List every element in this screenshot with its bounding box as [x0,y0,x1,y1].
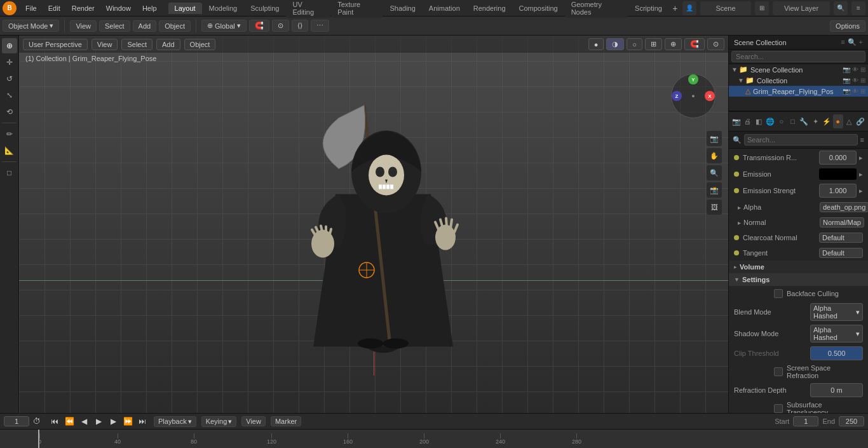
view-menu-btn[interactable]: View [92,39,118,50]
marker-menu-btn[interactable]: Marker [271,416,301,426]
object-btn[interactable]: Object [184,39,216,50]
obj-restrict-icon[interactable]: ⊞ [860,88,865,95]
proportional-edit-toggle[interactable]: ⊙ [707,38,724,50]
gizmo-z-axis[interactable]: Z [672,91,682,101]
annotate-tool[interactable]: ✏ [2,126,17,142]
object-menu[interactable]: Object [159,20,191,32]
clip-threshold-input[interactable]: 0.500 [810,346,863,360]
scene-col-eye-icon[interactable]: 👁 [852,66,858,73]
play-btn[interactable]: ▶ [92,415,105,428]
menu-edit[interactable]: Edit [43,3,65,13]
options-dropdown[interactable]: Options [830,20,865,32]
add-menu[interactable]: Add [133,20,157,32]
add-cube-tool[interactable]: □ [2,165,17,180]
snap-toggle[interactable]: 🧲 [684,38,705,50]
cursor-tool[interactable]: ⊕ [2,38,17,53]
workspace-modeling[interactable]: Modeling [203,3,244,14]
timeline-playhead[interactable] [38,430,39,448]
workspace-animation[interactable]: Animation [423,3,466,14]
viewport-shading-material[interactable]: ◑ [606,38,624,50]
scene-selector[interactable]: Scene [700,1,751,15]
transform-pivot[interactable]: ⟨⟩ [292,20,308,32]
tangent-dropdown[interactable]: Default [819,248,863,258]
scene-col-camera-icon[interactable]: 📷 [843,66,850,73]
camera-perspective-icon[interactable]: 📷 [707,131,722,146]
prop-filter-icon[interactable]: ≡ [860,136,864,144]
modifier-props-icon[interactable]: 🔧 [799,114,810,128]
clearcoat-normal-dropdown[interactable]: Default [819,233,863,243]
transmission-input[interactable]: 0.000 [819,151,857,165]
volume-section-header[interactable]: ▸ Volume [729,261,868,273]
menu-help[interactable]: Help [137,3,162,13]
hand-icon[interactable]: ✋ [707,148,722,163]
data-props-icon[interactable]: △ [844,114,855,128]
menu-render[interactable]: Render [67,3,100,13]
select-btn[interactable]: Select [121,39,153,50]
transmission-expand-icon[interactable]: ▸ [859,154,863,162]
gizmo-circle[interactable]: X Y Z ● [671,74,715,118]
navigation-gizmo[interactable]: X Y Z ● [671,74,722,125]
proportional-editing[interactable]: ⊙ [272,20,289,32]
move-tool[interactable]: ✛ [2,55,17,70]
camera-view-icon[interactable]: 📸 [707,182,722,198]
scale-tool[interactable]: ⤡ [2,88,17,103]
viewport-shading-rendered[interactable]: ○ [627,38,642,50]
prop-search-input[interactable] [744,134,858,146]
material-props-icon[interactable]: ● [833,114,843,128]
current-frame-input[interactable] [4,416,29,426]
normal-dropdown[interactable]: Normal/Map [820,217,864,227]
viewport-gizmo-toggle[interactable]: ⊕ [665,38,682,50]
workspace-shading[interactable]: Shading [383,3,421,14]
measure-tool[interactable]: 📐 [2,143,17,158]
next-frame-btn[interactable]: ▶ [107,415,119,428]
workspace-geometry-nodes[interactable]: Geometry Nodes [565,0,628,18]
alpha-dropdown[interactable]: death_op.png [820,202,868,212]
object-mode-dropdown[interactable]: Object Mode ▾ [3,20,59,32]
add-workspace-button[interactable]: + [669,2,681,15]
emission-strength-input[interactable]: 1.000 [819,184,857,198]
emission-expand-icon[interactable]: ▸ [859,170,863,179]
gizmo-x-axis[interactable]: X [705,91,715,101]
next-keyframe-btn[interactable]: ⏩ [121,415,134,428]
add-btn[interactable]: Add [156,39,180,50]
menu-window[interactable]: Window [101,3,136,13]
emission-strength-expand-icon[interactable]: ▸ [859,187,863,195]
prev-frame-btn[interactable]: ◀ [78,415,90,428]
workspace-rendering[interactable]: Rendering [467,3,512,14]
gizmo-y-axis[interactable]: Y [688,74,698,85]
obj-camera-icon[interactable]: 📷 [843,88,850,95]
transform-options-extra[interactable]: ⋯ [311,20,329,32]
blend-mode-dropdown[interactable]: Alpha Hashed ▾ [810,303,863,321]
workspace-compositing[interactable]: Compositing [513,3,564,14]
image-icon[interactable]: 🖼 [707,200,722,215]
workspace-layout[interactable]: Layout [168,3,202,14]
workspace-sculpting[interactable]: Sculpting [244,3,285,14]
scene-col-restrict-icon[interactable]: ⊞ [860,66,865,73]
rotate-tool[interactable]: ↺ [2,71,17,86]
object-constraint-icon[interactable]: 🔗 [855,114,865,128]
screen-space-refraction-checkbox[interactable] [774,367,783,376]
render-props-icon[interactable]: 📷 [731,114,742,128]
keying-menu-btn[interactable]: Keying ▾ [201,416,237,427]
menu-file[interactable]: File [20,3,42,13]
outliner-search-input[interactable] [731,51,865,62]
object-props-icon[interactable]: □ [788,114,798,128]
view-layer-props-icon[interactable]: ◧ [754,114,764,128]
viewport-overlay-toggle[interactable]: ⊞ [645,38,662,50]
workspace-scripting[interactable]: Scripting [628,3,668,14]
scene-props-icon[interactable]: 🌐 [765,114,775,128]
zoom-icon[interactable]: 🔍 [707,165,722,180]
select-menu[interactable]: Select [99,20,130,32]
outliner-item-collection[interactable]: ▼ 📁 Collection 📷 👁 ⊞ [729,75,868,86]
prev-keyframe-btn[interactable]: ⏪ [63,415,76,428]
jump-start-btn[interactable]: ⏮ [48,415,61,428]
shadow-mode-dropdown[interactable]: Alpha Hashed ▾ [810,325,863,343]
view-layer-selector[interactable]: View Layer [773,1,830,15]
snap-options[interactable]: 🧲 [249,20,269,32]
particles-props-icon[interactable]: ✦ [810,114,820,128]
view-menu-btn-timeline[interactable]: View [241,416,266,426]
playback-menu-btn[interactable]: Playback ▾ [154,416,196,427]
transform-dropdown[interactable]: ⊕ Global ▾ [201,20,247,32]
viewport-shading-solid[interactable]: ● [588,38,604,50]
viewport-mode-btn[interactable]: User Perspective [23,39,88,50]
